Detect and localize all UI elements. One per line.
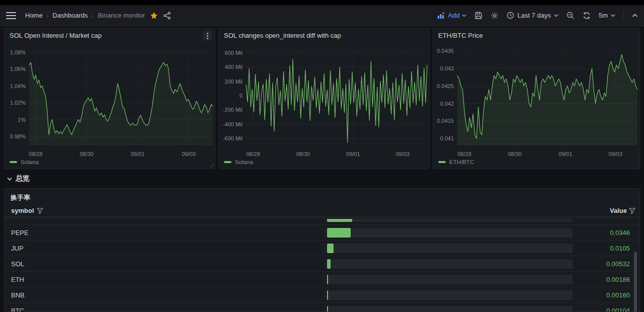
bar-cell — [325, 306, 575, 312]
panel-menu-icon[interactable] — [203, 31, 212, 41]
svg-text:0: 0 — [239, 93, 243, 99]
svg-text:08/30: 08/30 — [508, 151, 522, 157]
panel-title[interactable]: ETH/BTC Price — [438, 32, 483, 39]
sol-oi-diff-chart[interactable]: -600 Mil-400 Mil-200 Mil0200 Mil400 Mil6… — [219, 29, 430, 170]
add-button[interactable]: Add — [437, 12, 466, 19]
svg-text:0.98%: 0.98% — [10, 133, 26, 139]
bar-gauge-track — [327, 306, 573, 312]
collapse-topbar-icon[interactable] — [632, 14, 638, 18]
chart-legend: Solana — [224, 159, 253, 165]
chevron-right-icon: › — [92, 13, 94, 19]
panel-title[interactable]: SOL changes open_interest diff with cap — [224, 32, 341, 39]
value-cell: ····· — [575, 219, 639, 221]
menu-icon[interactable] — [6, 12, 16, 19]
table-row[interactable]: BNB 0.00160 — [5, 287, 639, 303]
table-panel-title[interactable]: 换手率 — [5, 189, 639, 204]
svg-text:09/03: 09/03 — [609, 151, 623, 157]
value-cell: 0.0105 — [575, 245, 639, 252]
bar-cell — [325, 275, 575, 284]
svg-text:0.0415: 0.0415 — [437, 118, 454, 124]
bar-gauge-fill — [327, 219, 352, 222]
breadcrumb-current-dashboard[interactable]: Binance monitor — [98, 12, 145, 19]
value-cell: 0.00186 — [575, 276, 639, 283]
svg-text:-600 Mil: -600 Mil — [223, 135, 243, 141]
bar-gauge-track — [327, 228, 573, 238]
breadcrumb-home[interactable]: Home — [25, 12, 43, 19]
column-header-symbol[interactable]: symbol — [5, 207, 325, 214]
series-label[interactable]: ETH/BTC — [449, 159, 474, 165]
chevron-down-icon — [554, 14, 558, 17]
value-cell: 0.00160 — [575, 291, 639, 299]
nav-divider — [623, 11, 624, 20]
panel-title[interactable]: SOL Open Interest / Market cap — [10, 32, 102, 39]
svg-text:09/01: 09/01 — [131, 151, 145, 157]
refresh-interval-picker[interactable]: 5m — [599, 12, 615, 19]
value-cell: 0.00532 — [575, 260, 639, 268]
svg-text:1%: 1% — [18, 117, 26, 123]
bar-gauge-track — [327, 275, 573, 284]
svg-text:08/30: 08/30 — [296, 151, 310, 157]
svg-text:08/28: 08/28 — [457, 151, 471, 157]
sol-open-interest-chart[interactable]: 0.98%1%1.02%1.04%1.06%1.08%08/2808/3009/… — [5, 29, 216, 170]
page-scrollbar[interactable] — [640, 26, 644, 312]
table-row[interactable]: JUP 0.0105 — [5, 241, 639, 256]
column-header-value[interactable]: Value — [610, 207, 639, 214]
top-panels-row: SOL Open Interest / Market cap 0.98%1%1.… — [4, 28, 640, 169]
bar-cell — [325, 219, 575, 222]
time-range-picker[interactable]: Last 7 days — [507, 12, 558, 19]
ethbtc-price-chart[interactable]: 0.0410.04150.0420.04250.0430.043508/2808… — [433, 29, 640, 170]
svg-text:-200 Mil: -200 Mil — [223, 107, 243, 113]
svg-text:1.02%: 1.02% — [10, 100, 26, 106]
chevron-down-icon — [7, 177, 12, 181]
bar-gauge-fill — [327, 228, 351, 238]
series-color-swatch — [224, 161, 231, 163]
refresh-interval-label: 5m — [599, 12, 608, 19]
svg-text:09/01: 09/01 — [558, 151, 573, 157]
svg-text:08/28: 08/28 — [29, 151, 43, 157]
panel-sol-oi-diff: SOL changes open_interest diff with cap … — [218, 28, 430, 169]
svg-text:1.08%: 1.08% — [10, 49, 26, 55]
table-row-clipped-top[interactable]: ····· — [5, 219, 639, 225]
table-row[interactable]: BTC 0.00104 — [5, 303, 639, 311]
column-header-symbol-label: symbol — [11, 207, 34, 214]
symbol-cell: PEPE — [5, 229, 325, 237]
symbol-cell: SOL — [5, 260, 325, 268]
svg-text:08/30: 08/30 — [79, 151, 94, 157]
chevron-down-icon — [462, 14, 466, 17]
bar-gauge-track — [327, 244, 573, 253]
breadcrumb-dashboards[interactable]: Dashboards — [52, 12, 88, 19]
favorite-star-icon[interactable] — [150, 12, 158, 20]
row-section-overview[interactable]: 总览 — [4, 169, 640, 188]
breadcrumb: Home › Dashboards › Binance monitor — [25, 12, 145, 19]
share-icon[interactable] — [163, 12, 171, 20]
table-row[interactable]: SOL 0.00532 — [5, 256, 639, 272]
settings-gear-icon[interactable] — [491, 12, 499, 20]
symbol-cell: BNB — [5, 291, 325, 299]
svg-text:0.0435: 0.0435 — [437, 48, 454, 54]
filter-funnel-icon[interactable] — [37, 208, 43, 214]
table-scrollbar-thumb[interactable] — [634, 252, 637, 311]
add-button-label: Add — [448, 12, 459, 19]
bar-cell — [325, 244, 575, 253]
svg-text:-400 Mil: -400 Mil — [223, 121, 243, 127]
chart-legend: ETH/BTC — [438, 159, 474, 165]
value-cell: 0.00104 — [575, 307, 639, 312]
refresh-icon[interactable] — [583, 12, 591, 20]
bar-cell — [325, 290, 575, 300]
svg-text:200 Mil: 200 Mil — [225, 79, 243, 85]
zoom-out-time-icon[interactable] — [567, 12, 575, 20]
svg-text:1.06%: 1.06% — [10, 66, 26, 72]
table-row[interactable]: PEPE 0.0346 — [5, 225, 639, 241]
svg-text:400 Mil: 400 Mil — [225, 64, 243, 70]
series-color-swatch — [438, 161, 446, 163]
series-color-swatch — [10, 161, 17, 163]
series-label[interactable]: Solana — [235, 159, 253, 165]
save-dashboard-icon[interactable] — [474, 12, 482, 20]
series-label[interactable]: Solana — [21, 159, 39, 165]
bar-gauge-track — [327, 219, 573, 222]
grafana-app: Home › Dashboards › Binance monitor — [0, 5, 644, 312]
table-row[interactable]: ETH 0.00186 — [5, 272, 639, 287]
filter-funnel-icon[interactable] — [629, 208, 635, 214]
panel-resize-handle[interactable] — [210, 164, 214, 168]
bar-cell — [325, 259, 575, 269]
